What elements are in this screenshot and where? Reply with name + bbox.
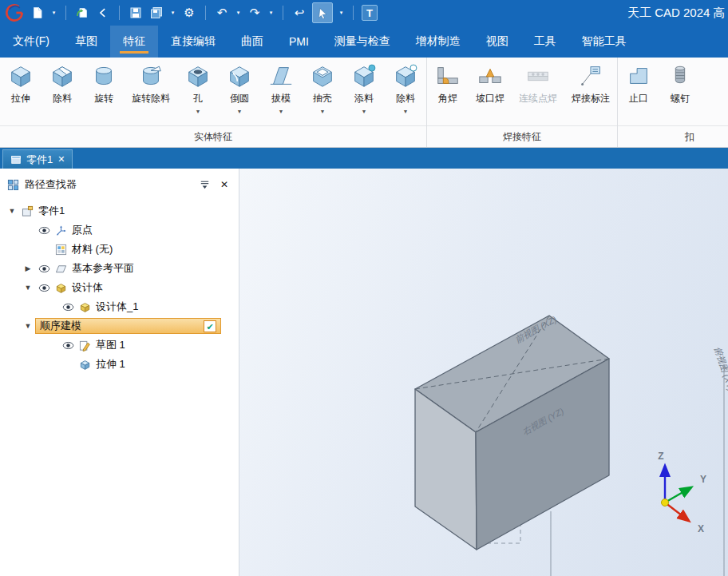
toolbar-separator bbox=[205, 6, 206, 20]
save-all-icon bbox=[150, 6, 163, 19]
app-logo[interactable] bbox=[4, 2, 25, 23]
cut-icon bbox=[49, 62, 76, 89]
material-icon bbox=[53, 244, 69, 256]
origin-icon bbox=[53, 224, 69, 236]
ribbon-button-shell[interactable]: 抽壳 ▼ bbox=[302, 62, 343, 116]
open-button[interactable] bbox=[74, 5, 90, 21]
x-axis-label: X bbox=[698, 523, 704, 534]
visibility-eye-icon[interactable] bbox=[35, 284, 53, 292]
document-tab-bar: 零件1 ✕ bbox=[0, 148, 728, 169]
tree-row-origin[interactable]: 原点 bbox=[0, 220, 239, 240]
ribbon-button-revolved-cut[interactable]: 旋转除料 bbox=[125, 62, 177, 105]
pathfinder-icon bbox=[7, 179, 19, 191]
ribbon-group-solid-features: 拉伸 除料 旋转 旋转除料 孔 ▼ bbox=[0, 58, 427, 147]
tree-row-design-body-1[interactable]: 设计体_1 bbox=[0, 297, 239, 316]
caret-down-icon[interactable]: ▼ bbox=[196, 109, 201, 116]
plane-label-top[interactable]: 俯视图 (XY) bbox=[713, 345, 728, 392]
close-panel-button[interactable]: ✕ bbox=[217, 177, 231, 192]
screw-icon bbox=[667, 62, 694, 89]
ribbon-button-revolve[interactable]: 旋转 bbox=[83, 62, 125, 105]
return-arrow-button[interactable]: ↩ bbox=[291, 5, 307, 21]
tree-row-extrude-1[interactable]: 拉伸 1 bbox=[0, 355, 239, 374]
ribbon-button-extrude[interactable]: 拉伸 bbox=[0, 62, 42, 105]
viewport[interactable]: 前视图 (XZ) 俯视图 (XY) 右视图 (YZ) Z Y X bbox=[239, 169, 728, 576]
menu-tab-sketch[interactable]: 草图 bbox=[62, 26, 110, 58]
draft-icon bbox=[267, 62, 295, 89]
menu-tab-smart-tools[interactable]: 智能工具 bbox=[569, 26, 639, 58]
ribbon-button-groove-weld[interactable]: 坡口焊 bbox=[469, 62, 512, 105]
ribbon-button-hole[interactable]: 孔 ▼ bbox=[177, 62, 219, 116]
save-icon bbox=[129, 6, 142, 19]
caret-down-icon[interactable]: ▾ bbox=[235, 10, 242, 16]
expander-down-icon[interactable]: ▼ bbox=[21, 322, 35, 330]
visibility-eye-icon[interactable] bbox=[59, 303, 77, 312]
tree-row-design-body[interactable]: ▼ 设计体 bbox=[0, 278, 239, 297]
ribbon-button-add-material[interactable]: 添料 ▼ bbox=[343, 62, 385, 116]
menu-tab-tools[interactable]: 工具 bbox=[521, 26, 569, 58]
undo-button[interactable]: ↶ bbox=[214, 5, 230, 21]
tree-row-sketch-1[interactable]: 草图 1 bbox=[0, 336, 239, 355]
toolbar-separator bbox=[353, 6, 354, 20]
caret-down-icon[interactable]: ▾ bbox=[169, 10, 176, 16]
ribbon-group-label: 焊接特征 bbox=[427, 125, 617, 147]
ribbon-group-fasteners: 止口 螺钉 扣 bbox=[618, 58, 728, 147]
caret-down-icon[interactable]: ▼ bbox=[320, 109, 326, 116]
ribbon-button-lip[interactable]: 止口 bbox=[618, 62, 659, 105]
tree-row-label: 设计体 bbox=[72, 280, 103, 295]
caret-down-icon[interactable]: ▾ bbox=[50, 10, 57, 16]
tree-row-material[interactable]: 材料 (无) bbox=[0, 240, 239, 259]
ribbon-button-label: 抽壳 bbox=[313, 92, 332, 105]
select-tool-button[interactable] bbox=[312, 2, 333, 23]
caret-down-icon[interactable]: ▼ bbox=[279, 109, 284, 116]
ribbon-button-cut[interactable]: 除料 bbox=[42, 62, 83, 105]
caret-down-icon[interactable]: ▾ bbox=[338, 10, 345, 16]
settings-gear-button[interactable]: ⚙ bbox=[181, 5, 197, 21]
dock-options-button[interactable] bbox=[197, 177, 212, 192]
tree-row-label: 原点 bbox=[72, 223, 93, 237]
visibility-eye-icon[interactable] bbox=[35, 226, 53, 235]
remove-material-icon bbox=[392, 62, 419, 89]
expander-right-icon[interactable]: ▶ bbox=[21, 264, 35, 272]
document-icon bbox=[10, 154, 22, 165]
visibility-eye-icon[interactable] bbox=[35, 264, 53, 273]
visibility-eye-icon[interactable] bbox=[59, 341, 77, 350]
ribbon-button-screw[interactable]: 螺钉 bbox=[659, 62, 701, 105]
menu-tab-direct-edit[interactable]: 直接编辑 bbox=[158, 26, 228, 58]
menu-tab-measure-inspect[interactable]: 测量与检查 bbox=[322, 26, 403, 58]
tree-row-ordered-modeling[interactable]: ▼ 顺序建模 ✔ bbox=[0, 316, 239, 336]
close-icon[interactable]: ✕ bbox=[57, 155, 65, 164]
ordered-modeling-checkbox[interactable]: ✔ bbox=[204, 320, 216, 332]
ribbon-button-weld-callout[interactable]: 焊接标注 bbox=[564, 62, 617, 105]
tree-row-part1[interactable]: ▼ 零件1 bbox=[0, 201, 239, 220]
expander-down-icon[interactable]: ▼ bbox=[5, 207, 19, 215]
save-all-button[interactable] bbox=[148, 5, 164, 21]
menu-tab-surface[interactable]: 曲面 bbox=[228, 26, 276, 58]
ribbon-button-label: 螺钉 bbox=[671, 92, 690, 105]
ribbon-button-remove-material[interactable]: 除料 ▼ bbox=[385, 62, 426, 116]
document-tab-part1[interactable]: 零件1 ✕ bbox=[2, 149, 73, 169]
revolve-icon bbox=[90, 62, 117, 89]
menu-tab-pmi[interactable]: PMI bbox=[276, 26, 322, 58]
ribbon-button-draft[interactable]: 拔模 ▼ bbox=[260, 62, 302, 116]
ribbon-button-round[interactable]: 倒圆 ▼ bbox=[219, 62, 260, 116]
redo-button[interactable]: ↷ bbox=[247, 5, 263, 21]
menu-tab-features[interactable]: 特征 bbox=[110, 26, 158, 58]
tree-row-base-reference-planes[interactable]: ▶ 基本参考平面 bbox=[0, 259, 239, 278]
save-button[interactable] bbox=[128, 5, 144, 21]
ribbon-button-fillet-weld[interactable]: 角焊 bbox=[427, 62, 469, 105]
model-box[interactable] bbox=[415, 316, 609, 550]
menu-tab-additive[interactable]: 增材制造 bbox=[403, 26, 473, 58]
caret-down-icon[interactable]: ▾ bbox=[267, 10, 275, 16]
menu-tab-file[interactable]: 文件(F) bbox=[0, 26, 62, 58]
text-tool-button[interactable]: T bbox=[362, 5, 378, 21]
caret-down-icon[interactable]: ▼ bbox=[362, 109, 367, 116]
ribbon-button-label: 止口 bbox=[629, 92, 648, 105]
menu-tab-view[interactable]: 视图 bbox=[473, 26, 521, 58]
back-button[interactable] bbox=[95, 5, 111, 21]
viewport-canvas[interactable]: 前视图 (XZ) 俯视图 (XY) 右视图 (YZ) Z Y X bbox=[239, 169, 728, 576]
expander-down-icon[interactable]: ▼ bbox=[21, 284, 35, 292]
caret-down-icon[interactable]: ▼ bbox=[403, 109, 409, 116]
new-document-button[interactable] bbox=[30, 5, 46, 21]
ordered-modeling-highlight[interactable]: 顺序建模 ✔ bbox=[35, 318, 221, 334]
caret-down-icon[interactable]: ▼ bbox=[237, 109, 243, 116]
